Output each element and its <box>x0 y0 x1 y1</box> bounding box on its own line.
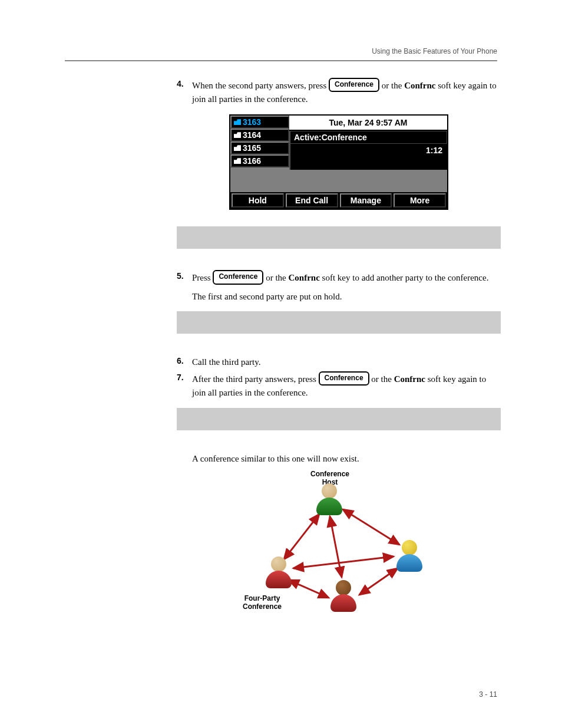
conference-button-icon: Conference <box>329 78 379 92</box>
svg-line-2 <box>343 509 399 545</box>
step-body: Call the third party. <box>192 356 501 369</box>
text: soft key to add another party to the con… <box>320 273 489 282</box>
svg-line-4 <box>359 568 398 595</box>
person-host-icon <box>316 483 343 516</box>
extension-column: 3163 3164 3165 3166 <box>230 116 289 170</box>
person-right-icon <box>396 540 423 573</box>
step-number: 5. <box>177 271 192 285</box>
ext-number: 3164 <box>243 130 261 140</box>
phone-titlebar: Tue, Mar 24 9:57 AM <box>289 116 447 131</box>
text: or the <box>371 374 394 384</box>
diagram-intro: A conference similar to this one will no… <box>192 453 501 466</box>
svg-line-3 <box>289 580 329 598</box>
softkey-hold[interactable]: Hold <box>232 193 284 207</box>
softkey-manage[interactable]: Manage <box>340 193 392 207</box>
person-left-icon <box>265 556 292 589</box>
main-content: 4. When the second party answers, press … <box>177 79 501 621</box>
step-body: Press Conference or the Confrnc soft key… <box>192 271 501 285</box>
step-number: 7. <box>177 373 192 400</box>
step-number: 4. <box>177 79 192 106</box>
ext-number: 3165 <box>243 143 261 153</box>
separator-bar <box>177 311 501 334</box>
softkey-endcall[interactable]: End Call <box>286 193 338 207</box>
step-7: 7. After the third party answers, press … <box>177 373 501 400</box>
conference-button-icon: Conference <box>319 371 369 386</box>
text: or the <box>382 81 404 90</box>
ext-number: 3163 <box>243 117 261 127</box>
extension: 3166 <box>230 154 289 167</box>
header-rule <box>65 60 497 61</box>
page-header: Using the Basic Features of Your Phone <box>65 47 497 55</box>
step-5-note: The first and second party are put on ho… <box>192 291 501 304</box>
phone-softkeys: Hold End Call Manage More <box>230 192 447 209</box>
step-body: When the second party answers, press Con… <box>192 79 501 106</box>
text: or the <box>266 273 288 282</box>
person-bottom-icon <box>330 580 357 613</box>
phone-status: Active:Conference <box>289 131 447 144</box>
confrnc-label: Confrnc <box>289 273 320 282</box>
conference-diagram: ConferenceHost Four-PartyConference <box>242 474 436 621</box>
extension: 3164 <box>230 129 289 141</box>
softkey-more[interactable]: More <box>394 193 446 207</box>
svg-line-0 <box>284 514 319 559</box>
ext-number: 3166 <box>243 156 261 166</box>
phone-icon <box>234 132 241 138</box>
phone-icon <box>234 119 241 125</box>
phone-grey-band <box>230 170 447 192</box>
step-body: After the third party answers, press Con… <box>192 373 501 400</box>
separator-bar <box>177 226 501 249</box>
confrnc-label: Confrnc <box>394 374 425 384</box>
step-5: 5. Press Conference or the Confrnc soft … <box>177 271 501 285</box>
diagram-title: Four-PartyConference <box>236 595 289 611</box>
phone-timer: 1:12 <box>289 144 447 157</box>
separator-bar <box>177 408 501 430</box>
step-6: 6. Call the third party. <box>177 356 501 369</box>
phone-blank <box>289 157 447 170</box>
page-number: 3 - 11 <box>479 690 497 699</box>
svg-line-5 <box>293 556 394 568</box>
confrnc-label: Confrnc <box>404 81 435 90</box>
text: Press <box>192 273 213 282</box>
extension-active: 3163 <box>230 116 289 129</box>
text: After the third party answers, press <box>192 374 319 384</box>
text: When the second party answers, press <box>192 81 329 90</box>
step-4: 4. When the second party answers, press … <box>177 79 501 106</box>
phone-screenshot: 3163 3164 3165 3166 Tue, Mar 24 9:57 AM … <box>229 114 448 210</box>
phone-icon <box>234 145 241 151</box>
svg-line-1 <box>330 516 342 577</box>
conference-button-icon: Conference <box>213 270 263 284</box>
phone-main-column: Tue, Mar 24 9:57 AM Active:Conference 1:… <box>289 116 447 170</box>
step-number: 6. <box>177 356 192 369</box>
phone-icon <box>234 158 241 164</box>
extension: 3165 <box>230 141 289 154</box>
